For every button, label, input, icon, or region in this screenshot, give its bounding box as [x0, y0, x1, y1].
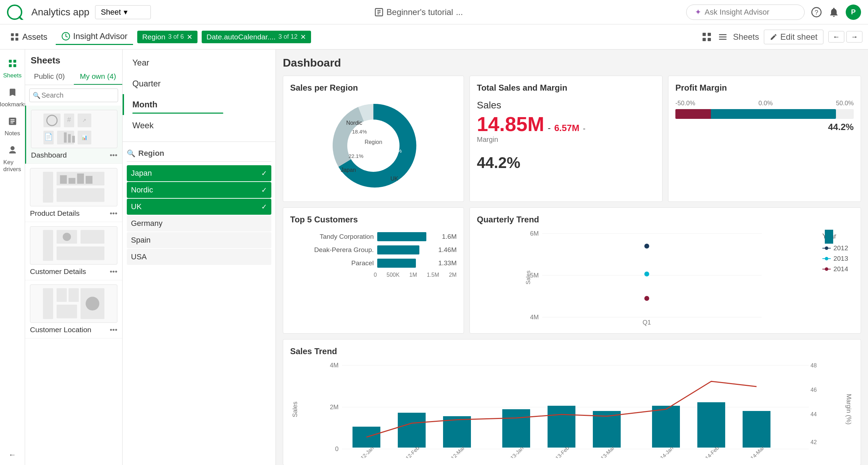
svg-rect-45 — [43, 189, 53, 194]
nav-key-drivers[interactable]: Key drivers — [1, 142, 24, 176]
svg-rect-10 — [11, 38, 14, 40]
notes-nav-icon — [8, 116, 17, 129]
sheet-more-product[interactable]: ••• — [110, 209, 117, 218]
bar-value-paracel: 1.33M — [438, 259, 457, 267]
profit-bar-dark — [675, 109, 711, 119]
nav-notes[interactable]: Notes — [1, 113, 24, 140]
tutorial-button[interactable]: Beginner's tutorial ... — [374, 7, 463, 17]
svg-rect-14 — [707, 33, 711, 36]
filter-week[interactable]: Week — [123, 115, 276, 136]
svg-text:?: ? — [815, 8, 818, 16]
sheet-dropdown[interactable]: Sheet ▾ — [95, 5, 151, 19]
assets-button[interactable]: Assets — [6, 29, 52, 45]
topbar-right: ✦ Ask Insight Advisor ? P — [686, 5, 861, 20]
tab-my-own[interactable]: My own (4) — [74, 69, 123, 85]
chart-row-3: Sales Trend Sales 4M 2M 0 — [283, 339, 861, 465]
tab-public[interactable]: Public (0) — [25, 69, 74, 85]
svg-text:59.5%: 59.5% — [387, 148, 402, 154]
filter-region-count: 3 of 6 — [168, 33, 184, 40]
edit-sheet-button[interactable]: Edit sheet — [764, 30, 823, 44]
key-drivers-nav-icon — [8, 145, 17, 158]
secondbar-right: Sheets Edit sheet ← → — [701, 30, 862, 44]
region-usa[interactable]: USA — [127, 249, 271, 265]
svg-rect-43 — [86, 176, 93, 184]
prev-button[interactable]: ← — [828, 31, 844, 43]
main-layout: Sheets Bookmarks Notes Key drivers ← She… — [0, 49, 868, 465]
svg-rect-16 — [707, 38, 711, 41]
svg-text:4M: 4M — [330, 362, 339, 369]
filter-region-tag[interactable]: Region 3 of 6 ✕ — [137, 31, 197, 43]
nav-bookmarks[interactable]: Bookmarks — [1, 84, 24, 112]
svg-text:44: 44 — [811, 411, 817, 417]
sheet-item-customer-location[interactable]: Customer Location ••• — [25, 280, 122, 338]
sheet-more-menu[interactable]: ••• — [110, 151, 117, 159]
svg-rect-90 — [398, 413, 426, 448]
ask-advisor-button[interactable]: ✦ Ask Insight Advisor — [686, 5, 805, 20]
sheet-thumbnail-customer-details — [30, 226, 117, 265]
bell-icon[interactable] — [828, 7, 839, 18]
region-uk[interactable]: UK ✓ — [127, 199, 271, 215]
sales-per-region-title: Sales per Region — [290, 83, 457, 93]
svg-rect-50 — [56, 246, 104, 260]
sheet-item-dashboard[interactable]: # ↗ 📄 📊 Dashboard ••• — [25, 106, 122, 164]
bar-row-deak: Deak-Perera Group. 1.46M — [290, 245, 457, 254]
list-view-icon[interactable] — [717, 31, 728, 43]
filter-month[interactable]: Month — [123, 94, 276, 115]
svg-text:Nordic: Nordic — [346, 120, 362, 126]
sheets-label[interactable]: Sheets — [733, 32, 759, 42]
more-icon[interactable]: ... — [456, 7, 463, 17]
svg-rect-41 — [69, 178, 76, 184]
sheet-item-product-details[interactable]: Product Details ••• — [25, 164, 122, 222]
region-spain[interactable]: Spain — [127, 232, 271, 248]
insight-advisor-button[interactable]: Insight Advisor — [56, 29, 133, 45]
sheet-more-customer[interactable]: ••• — [110, 267, 117, 276]
filter-region-close[interactable]: ✕ — [187, 33, 193, 41]
region-japan[interactable]: Japan ✓ — [127, 165, 271, 181]
filter-date-close[interactable]: ✕ — [300, 33, 306, 41]
svg-text:Region: Region — [365, 139, 382, 145]
sheet-more-location[interactable]: ••• — [110, 326, 117, 334]
region-nordic[interactable]: Nordic ✓ — [127, 182, 271, 198]
svg-rect-51 — [80, 230, 104, 244]
sales-per-region-card: Sales per Region Region UK — [283, 76, 464, 202]
filter-quarter[interactable]: Quarter — [123, 73, 276, 94]
filter-date-tag[interactable]: Date.autoCalendar.... 3 of 12 ✕ — [202, 31, 311, 43]
region-germany[interactable]: Germany — [127, 215, 271, 231]
top5-bar-chart: Tandy Corporation 1.6M Deak-Perera Group… — [290, 229, 457, 282]
nav-collapse[interactable]: ← — [9, 450, 16, 465]
user-avatar[interactable]: P — [846, 5, 861, 20]
svg-rect-9 — [15, 33, 18, 36]
bookmarks-nav-icon — [8, 87, 17, 100]
top-bar: Analytics app Sheet ▾ Beginner's tutoria… — [0, 0, 868, 24]
margin-y-label: Margin (%) — [844, 360, 854, 458]
profit-axis: -50.0% 0.0% 50.0% — [675, 100, 854, 107]
sidebar-search-input[interactable] — [29, 89, 118, 102]
sales-value: 14.85M — [477, 112, 544, 136]
filter-month-indicator — [132, 113, 223, 114]
svg-text:Q1: Q1 — [643, 319, 651, 326]
next-button[interactable]: → — [846, 31, 862, 43]
tutorial-icon — [374, 7, 384, 17]
sheet-item-customer-details[interactable]: Customer Details ••• — [25, 222, 122, 280]
svg-point-56 — [86, 297, 99, 310]
filter-year[interactable]: Year — [123, 52, 276, 73]
nav-sheets[interactable]: Sheets — [1, 55, 24, 83]
edit-sheet-label: Edit sheet — [780, 32, 817, 42]
svg-rect-35 — [72, 136, 75, 143]
grid-view-icon[interactable] — [701, 31, 712, 43]
margin-pct-value: 44.2% — [477, 154, 655, 171]
sales-label: Sales — [477, 100, 655, 111]
app-name: Analytics app — [31, 7, 90, 18]
svg-rect-42 — [77, 174, 84, 184]
quarterly-chart-area: 6M 5M 4M Sales — [477, 229, 817, 326]
quarterly-trend-title: Quarterly Trend — [477, 215, 854, 224]
svg-rect-57 — [56, 305, 77, 318]
sheets-nav-label: Sheets — [3, 72, 22, 79]
svg-rect-52 — [43, 288, 53, 319]
help-icon[interactable]: ? — [811, 7, 822, 18]
svg-text:UK: UK — [390, 176, 398, 182]
insight-icon — [61, 32, 70, 41]
sidebar-search-icon: 🔍 — [33, 92, 40, 99]
profit-bar-container — [675, 109, 854, 119]
sheets-nav-icon — [8, 59, 17, 71]
